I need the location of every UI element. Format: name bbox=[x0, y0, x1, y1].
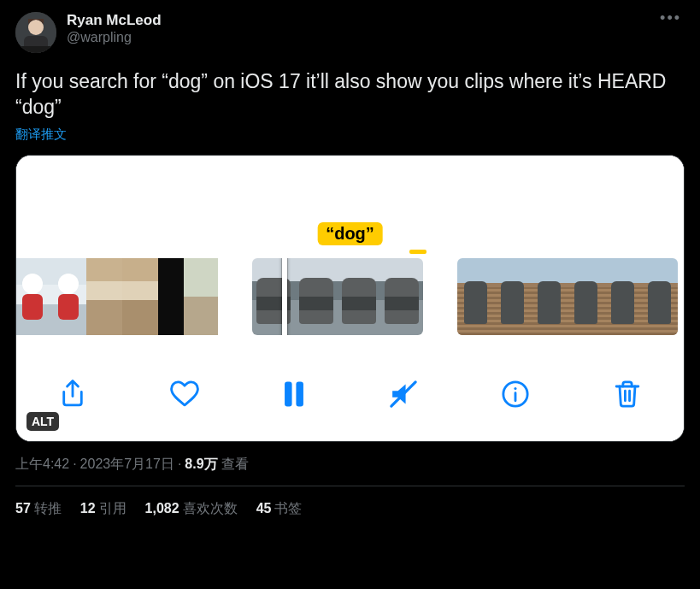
bookmarks-stat[interactable]: 45书签 bbox=[256, 500, 303, 518]
playhead[interactable] bbox=[282, 258, 287, 335]
retweets-label: 转推 bbox=[34, 501, 62, 515]
display-name: Ryan McLeod bbox=[67, 12, 656, 29]
thumbnail bbox=[380, 258, 423, 335]
thumbnail bbox=[494, 258, 531, 335]
author-block[interactable]: Ryan McLeod @warpling bbox=[67, 12, 656, 46]
thumbnail bbox=[184, 258, 218, 335]
thumbnail bbox=[158, 258, 184, 335]
svg-rect-5 bbox=[296, 381, 303, 406]
heart-icon[interactable] bbox=[169, 379, 200, 409]
clip-group-2[interactable] bbox=[252, 258, 423, 335]
svg-point-8 bbox=[514, 387, 516, 390]
avatar[interactable] bbox=[15, 12, 56, 53]
retweets-count: 57 bbox=[15, 501, 31, 515]
svg-rect-4 bbox=[285, 381, 292, 406]
alt-badge[interactable]: ALT bbox=[26, 412, 59, 431]
mute-icon[interactable] bbox=[388, 379, 419, 409]
thumbnail bbox=[604, 258, 641, 335]
thumbnail bbox=[531, 258, 568, 335]
svg-point-1 bbox=[28, 20, 44, 35]
player-controls bbox=[16, 347, 684, 441]
bookmarks-label: 书签 bbox=[274, 501, 302, 515]
share-icon[interactable] bbox=[57, 379, 88, 409]
search-tag-label: “dog” bbox=[317, 222, 383, 245]
likes-stat[interactable]: 1,082喜欢次数 bbox=[145, 500, 238, 518]
tweet-header: Ryan McLeod @warpling ••• bbox=[15, 12, 685, 53]
view-count: 8.9万 bbox=[185, 456, 217, 471]
trash-icon[interactable] bbox=[612, 379, 643, 409]
thumbnail bbox=[295, 258, 338, 335]
translate-link[interactable]: 翻译推文 bbox=[15, 127, 685, 143]
tweet-meta[interactable]: 上午4:42·2023年7月17日·8.9万 查看 bbox=[15, 456, 685, 474]
thumbnail bbox=[457, 258, 494, 335]
tweet-stats: 57转推 12引用 1,082喜欢次数 45书签 bbox=[15, 486, 685, 518]
likes-count: 1,082 bbox=[145, 501, 179, 515]
view-label: 查看 bbox=[221, 456, 249, 471]
clip-group-3[interactable] bbox=[457, 258, 678, 335]
pause-icon[interactable] bbox=[281, 380, 307, 409]
thumbnail bbox=[641, 258, 678, 335]
more-icon[interactable]: ••• bbox=[656, 12, 685, 29]
handle: @warpling bbox=[67, 29, 656, 46]
time-label: 上午4:42 bbox=[15, 456, 69, 471]
quotes-label: 引用 bbox=[99, 501, 126, 515]
retweets-stat[interactable]: 57转推 bbox=[15, 500, 62, 518]
thumbnail bbox=[86, 258, 122, 335]
video-timeline[interactable] bbox=[16, 258, 684, 335]
bookmarks-count: 45 bbox=[256, 501, 272, 515]
svg-rect-3 bbox=[15, 46, 56, 53]
likes-label: 喜欢次数 bbox=[183, 501, 238, 515]
quotes-count: 12 bbox=[80, 501, 96, 515]
thumbnail bbox=[568, 258, 604, 335]
date-label: 2023年7月17日 bbox=[80, 456, 174, 471]
tweet-text: If you search for “dog” on iOS 17 it’ll … bbox=[15, 68, 685, 120]
thumbnail bbox=[122, 258, 158, 335]
thumbnail bbox=[338, 258, 380, 335]
embedded-media[interactable]: “dog” bbox=[15, 155, 685, 442]
info-icon[interactable] bbox=[500, 379, 531, 409]
tag-marker bbox=[409, 250, 426, 254]
quotes-stat[interactable]: 12引用 bbox=[80, 500, 126, 518]
tweet-container: Ryan McLeod @warpling ••• If you search … bbox=[0, 0, 700, 518]
thumbnail bbox=[252, 258, 295, 335]
clip-group-1[interactable] bbox=[15, 258, 218, 335]
